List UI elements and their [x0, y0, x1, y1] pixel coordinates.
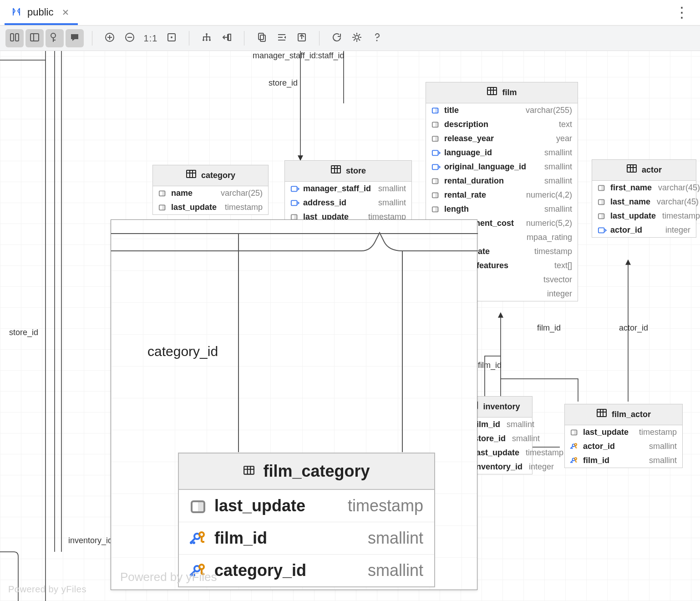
- column-type: year: [556, 134, 572, 143]
- zoom-out-button[interactable]: [121, 29, 139, 47]
- column-icon: [598, 226, 607, 234]
- column-type: timestamp: [225, 203, 263, 212]
- table-icon: [330, 164, 341, 178]
- table-category[interactable]: category namevarchar(25)last_updatetimes…: [152, 165, 269, 215]
- table-icon: [596, 408, 607, 421]
- column-row[interactable]: last_namevarchar(45): [592, 195, 696, 209]
- refresh-button[interactable]: [328, 29, 346, 47]
- close-icon[interactable]: [61, 8, 70, 16]
- column-name: last_update: [474, 448, 519, 458]
- column-type: tsvector: [543, 275, 572, 285]
- column-row[interactable]: release_yearyear: [426, 132, 578, 146]
- column-type: integer: [665, 225, 690, 235]
- column-row[interactable]: titlevarchar(255): [426, 103, 578, 117]
- copy-button[interactable]: [253, 29, 271, 47]
- column-row[interactable]: lengthsmallint: [426, 202, 578, 216]
- zoom-fit-button[interactable]: [162, 29, 181, 47]
- column-type: integer: [547, 289, 572, 299]
- column-name: rental_rate: [444, 190, 486, 200]
- column-row[interactable]: last_updatetimestamp: [565, 425, 682, 439]
- yfiles-watermark: Powered by yFiles: [8, 584, 86, 595]
- column-row[interactable]: film_idsmallint: [565, 453, 682, 468]
- column-row[interactable]: first_namevarchar(45): [592, 181, 696, 195]
- layout-columns-button[interactable]: [5, 29, 24, 47]
- column-row[interactable]: manager_staff_idsmallint: [285, 182, 411, 196]
- column-name: first_name: [610, 183, 652, 193]
- column-type: smallint: [649, 456, 677, 465]
- column-type: text[]: [554, 261, 572, 270]
- column-row[interactable]: actor_idinteger: [592, 223, 696, 237]
- zoom-actual-button[interactable]: 1:1: [141, 29, 161, 47]
- column-name: actor_id: [583, 442, 615, 451]
- column-row[interactable]: address_idsmallint: [285, 196, 411, 210]
- table-title: actor: [642, 165, 662, 175]
- column-type: mpaa_rating: [527, 233, 572, 242]
- column-icon: [598, 212, 607, 220]
- column-row[interactable]: last_updatetimestamp: [592, 209, 696, 223]
- settings-button[interactable]: [348, 29, 366, 47]
- export-button[interactable]: [293, 29, 311, 47]
- table-film-actor[interactable]: film_actor last_updatetimestampactor_ids…: [564, 404, 683, 468]
- column-name: description: [444, 120, 488, 129]
- table-store[interactable]: store manager_staff_idsmallintaddress_id…: [284, 160, 412, 224]
- table-icon: [243, 462, 255, 481]
- column-name: inventory_id: [474, 462, 522, 472]
- column-icon: [598, 184, 607, 192]
- column-type: varchar(25): [221, 188, 263, 198]
- column-name: last_name: [610, 197, 650, 207]
- align-button[interactable]: [273, 29, 291, 47]
- column-name: store_id: [474, 434, 506, 443]
- column-icon: [158, 204, 167, 212]
- show-comments-button[interactable]: [66, 29, 84, 47]
- column-name: last_update: [214, 496, 305, 515]
- column-row[interactable]: rental_durationsmallint: [426, 174, 578, 188]
- edge-label: film_id: [478, 361, 502, 370]
- tab-menu-icon[interactable]: ⋮: [664, 0, 700, 25]
- collapse-button[interactable]: [218, 29, 236, 47]
- column-type: smallint: [378, 198, 406, 208]
- tab-bar: public ⋮: [0, 0, 700, 25]
- column-row[interactable]: last_updatetimestamp: [179, 490, 434, 522]
- column-icon: [290, 185, 299, 193]
- column-type: smallint: [368, 561, 423, 580]
- column-row[interactable]: original_language_idsmallint: [426, 160, 578, 174]
- table-film-category[interactable]: film_category last_updatetimestampfilm_i…: [178, 453, 435, 587]
- column-type: smallint: [544, 204, 572, 214]
- column-type: timestamp: [534, 247, 572, 256]
- column-name: film_id: [474, 420, 500, 429]
- column-icon: [431, 135, 441, 143]
- column-row[interactable]: category_idsmallint: [179, 555, 434, 586]
- layout-tree-button[interactable]: [198, 29, 216, 47]
- column-row[interactable]: descriptiontext: [426, 117, 578, 132]
- magnifier-overlay[interactable]: category_id film_category last_updatetim…: [111, 219, 477, 590]
- column-row[interactable]: namevarchar(25): [153, 186, 268, 200]
- help-button[interactable]: [368, 29, 386, 47]
- column-row[interactable]: rental_ratenumeric(4,2): [426, 188, 578, 202]
- column-name: language_id: [444, 148, 492, 158]
- column-name: last_update: [171, 203, 217, 212]
- table-title: inventory: [483, 402, 520, 412]
- table-actor[interactable]: actor first_namevarchar(45)last_namevarc…: [592, 159, 696, 238]
- column-name: film_id: [583, 456, 609, 465]
- column-name: address_id: [303, 198, 346, 208]
- column-icon: [431, 107, 441, 115]
- column-type: smallint: [378, 184, 406, 194]
- layout-panel-button[interactable]: [25, 29, 44, 47]
- zoom-in-button[interactable]: [101, 29, 119, 47]
- show-keys-button[interactable]: [46, 29, 64, 47]
- table-title: film_actor: [612, 410, 651, 419]
- column-row[interactable]: language_idsmallint: [426, 146, 578, 160]
- tab-public[interactable]: public: [5, 0, 78, 25]
- column-type: smallint: [649, 442, 677, 451]
- table-title: category: [201, 171, 235, 180]
- column-row[interactable]: film_idsmallint: [179, 522, 434, 555]
- column-icon: [431, 177, 441, 185]
- column-row[interactable]: actor_idsmallint: [565, 439, 682, 453]
- column-type: varchar(45): [657, 197, 699, 207]
- diagram-canvas[interactable]: manager_staff_id:staff_id store_id store…: [0, 51, 700, 601]
- column-type: timestamp: [348, 496, 423, 515]
- column-icon: [431, 149, 441, 157]
- column-icon: [570, 443, 579, 451]
- column-name: last_update: [610, 211, 656, 221]
- column-row[interactable]: last_updatetimestamp: [153, 200, 268, 214]
